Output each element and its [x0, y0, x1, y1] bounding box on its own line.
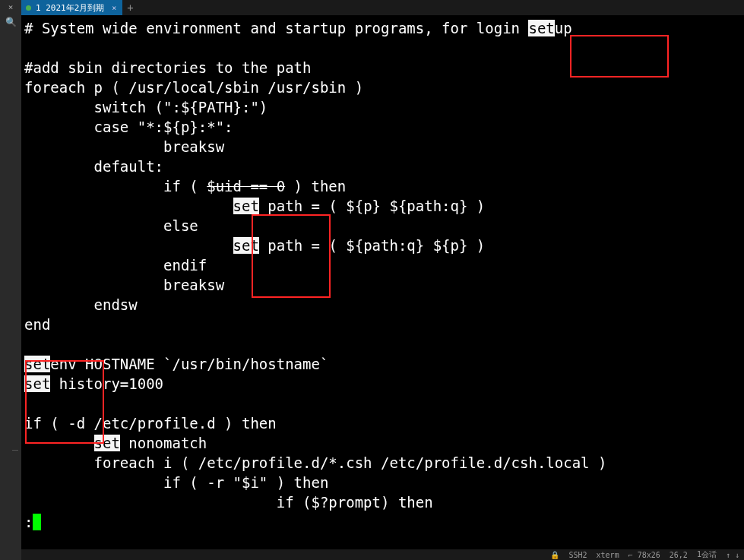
code-line: endif [24, 257, 207, 274]
code-text: if ( [24, 178, 207, 195]
highlight-set: set [528, 20, 554, 36]
code-line: if ( -r "$i" ) then [24, 474, 328, 491]
close-icon[interactable]: × [0, 0, 21, 12]
code-line: breaksw [24, 138, 224, 155]
code-text [24, 435, 94, 451]
tab-active[interactable]: 1 2021年2月到期 × [21, 0, 122, 15]
code-line: breaksw [24, 277, 224, 293]
code-line: case "*:${p}:*": [24, 119, 233, 135]
highlight-set: set [24, 356, 50, 372]
highlight-set: set [233, 237, 259, 254]
status-term: xterm [597, 551, 619, 559]
code-line: endsw [24, 296, 138, 313]
scroll-marker [12, 450, 18, 451]
prompt-colon: : [24, 514, 33, 530]
code-text: path = ( ${path:q} ${p} ) [259, 237, 485, 254]
status-pos: 26,2 [670, 551, 688, 559]
terminal[interactable]: # System wide environment and startup pr… [21, 15, 744, 549]
code-line: # System wide environment and startup pr… [24, 20, 528, 36]
code-line: default: [24, 158, 163, 175]
code-text: up [555, 20, 572, 36]
code-text: ) then [285, 178, 346, 195]
code-line: if ( -d /etc/profile.d ) then [24, 415, 277, 432]
status-sessions: 1会话 [697, 549, 717, 560]
code-text [24, 237, 233, 254]
status-dot-icon [26, 5, 31, 11]
left-strip: × 🔍 [0, 0, 21, 560]
code-text: path = ( ${p} ${path:q} ) [259, 198, 485, 214]
strikethrough-text: $uid == 0 [207, 178, 285, 195]
code-line: switch (":${PATH}:") [24, 99, 268, 115]
code-line: else [24, 217, 198, 234]
tab-bar: 1 2021年2月到期 × + [21, 0, 744, 15]
code-line: end [24, 316, 50, 333]
highlight-set: set [233, 198, 259, 214]
code-line: foreach i ( /etc/profile.d/*.csh /etc/pr… [24, 454, 606, 471]
status-bar: 🔒 SSH2 xterm ⌐ 78x26 26,2 1会话 ↑ ↓ [21, 549, 744, 560]
new-tab-button[interactable]: + [122, 0, 138, 15]
highlight-set: set [24, 375, 50, 392]
status-size: ⌐ 78x26 [628, 551, 660, 559]
code-text: history=1000 [50, 375, 163, 392]
tab-label: 1 2021年2月到期 [36, 2, 104, 14]
status-ssh: SSH2 [568, 551, 587, 559]
cursor [33, 514, 41, 530]
code-text: env HOSTNAME `/usr/bin/hostname` [50, 356, 328, 372]
highlight-set: set [94, 435, 120, 451]
status-arrows: ↑ ↓ [726, 551, 739, 559]
lock-icon: 🔒 [550, 551, 559, 559]
code-text [24, 198, 233, 214]
code-line: if ($?prompt) then [24, 494, 433, 511]
tab-close-icon[interactable]: × [112, 4, 116, 12]
code-line: #add sbin directories to the path [24, 59, 312, 76]
search-icon[interactable]: 🔍 [0, 17, 21, 27]
code-text: nonomatch [120, 435, 207, 451]
code-line: foreach p ( /usr/local/sbin /usr/sbin ) [24, 79, 363, 96]
